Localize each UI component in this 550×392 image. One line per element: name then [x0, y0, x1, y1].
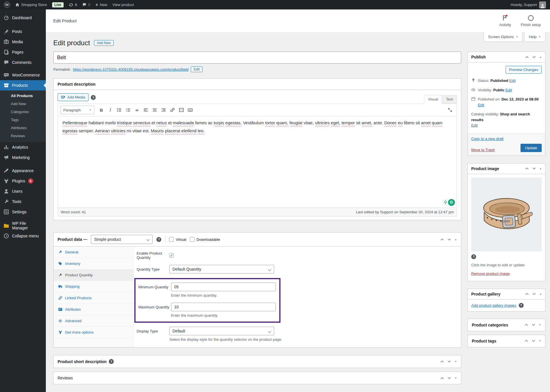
- product-type-help-icon[interactable]: ?: [156, 237, 161, 242]
- move-to-trash-link[interactable]: Move to Trash: [471, 148, 495, 152]
- sidebar-item-comments[interactable]: Comments: [0, 57, 46, 68]
- italic-button[interactable]: I: [106, 106, 114, 114]
- screen-options-tab[interactable]: Screen Options ▼: [484, 32, 523, 42]
- blockquote-button[interactable]: “: [133, 106, 141, 114]
- bullet-list-button[interactable]: [115, 106, 123, 114]
- virtual-checkbox[interactable]: [169, 237, 174, 242]
- add-new-button[interactable]: Add New: [94, 40, 114, 46]
- sidebar-item-appearance[interactable]: Appearance: [0, 166, 46, 176]
- toggle-panel-icon[interactable]: ▼: [539, 340, 541, 342]
- display-type-select[interactable]: Default: [169, 327, 274, 335]
- add-media-help-icon[interactable]: ?: [91, 95, 96, 100]
- copy-to-draft-link[interactable]: Copy to a new draft: [471, 137, 504, 141]
- new-content-menu[interactable]: + New: [95, 3, 107, 7]
- submenu-add-new[interactable]: Add New: [0, 100, 46, 108]
- min-quantity-input[interactable]: [171, 283, 276, 291]
- align-right-button[interactable]: [160, 106, 168, 114]
- order-up-icon[interactable]: [440, 360, 444, 363]
- text-tab[interactable]: Text: [442, 95, 457, 103]
- order-up-icon[interactable]: [525, 324, 528, 326]
- permalink-url[interactable]: https://wordpress-1075331-4008155.cloudw…: [73, 67, 189, 72]
- grammarly-suggestion-icon[interactable]: [442, 199, 449, 206]
- order-up-icon[interactable]: [440, 377, 444, 379]
- order-down-icon[interactable]: [447, 360, 451, 363]
- add-media-button[interactable]: Add Media: [58, 93, 89, 101]
- short-description-help-icon[interactable]: ?: [109, 359, 114, 364]
- order-down-icon[interactable]: [532, 167, 536, 170]
- visual-tab[interactable]: Visual: [424, 95, 442, 104]
- site-name-menu[interactable]: Shopping Store: [15, 3, 47, 7]
- edit-published-link[interactable]: Edit: [478, 103, 484, 107]
- toggle-panel-icon[interactable]: ▲: [539, 56, 542, 58]
- sidebar-item-wp-file-manager[interactable]: WP File Manager: [0, 220, 46, 231]
- virtual-checkbox-label[interactable]: Virtual: [169, 237, 186, 242]
- downloadable-checkbox-label[interactable]: Downloadable: [190, 237, 220, 242]
- activity-button[interactable]: Activity: [499, 15, 511, 27]
- sidebar-item-analytics[interactable]: Analytics: [0, 142, 46, 152]
- help-tab[interactable]: Help ▼: [524, 32, 545, 42]
- sidebar-item-tools[interactable]: Tools: [0, 196, 46, 207]
- view-product-link[interactable]: View product: [112, 3, 134, 7]
- tab-advanced[interactable]: Advanced: [54, 315, 133, 327]
- remove-product-image-link[interactable]: Remove product image: [471, 271, 510, 276]
- sidebar-item-marketing[interactable]: Marketing: [0, 152, 46, 163]
- edit-visibility-link[interactable]: Edit: [506, 88, 512, 92]
- tab-get-more-options[interactable]: Get more options: [54, 327, 133, 338]
- align-left-button[interactable]: [142, 106, 150, 114]
- order-down-icon[interactable]: [447, 377, 451, 379]
- order-up-icon[interactable]: [525, 167, 529, 170]
- order-up-icon[interactable]: [525, 293, 529, 295]
- keyboard-shortcuts-button[interactable]: [186, 106, 194, 114]
- gallery-help-icon[interactable]: ?: [519, 303, 524, 308]
- product-image-help-icon[interactable]: ?: [471, 254, 476, 259]
- numbered-list-button[interactable]: [124, 106, 132, 114]
- order-down-icon[interactable]: [447, 238, 451, 241]
- bold-button[interactable]: B: [97, 106, 105, 114]
- product-image-thumbnail[interactable]: [471, 178, 542, 251]
- edit-status-link[interactable]: Edit: [509, 78, 516, 83]
- permalink-edit-button[interactable]: Edit: [191, 66, 203, 72]
- submenu-attributes[interactable]: Attributes: [0, 124, 46, 132]
- sidebar-item-plugins[interactable]: Plugins 5: [0, 176, 46, 186]
- updates-menu[interactable]: 6: [69, 3, 77, 7]
- grammarly-icon[interactable]: G: [448, 199, 455, 206]
- sidebar-item-users[interactable]: Users: [0, 186, 46, 196]
- tab-attributes[interactable]: Attributes: [54, 304, 133, 315]
- sidebar-item-media[interactable]: Media: [0, 37, 46, 47]
- order-down-icon[interactable]: [532, 340, 535, 342]
- tab-linked-products[interactable]: Linked Products: [54, 292, 133, 304]
- quantity-type-select[interactable]: Default Quantity: [169, 265, 274, 273]
- sidebar-item-settings[interactable]: Settings: [0, 207, 46, 217]
- finish-setup-button[interactable]: Finish setup: [521, 15, 541, 27]
- product-type-select[interactable]: Simple product: [91, 235, 153, 244]
- order-up-icon[interactable]: [525, 56, 529, 58]
- sidebar-item-collapse-menu[interactable]: Collapse menu: [0, 231, 46, 241]
- submenu-categories[interactable]: Categories: [0, 108, 46, 116]
- align-center-button[interactable]: [151, 106, 159, 114]
- comments-menu[interactable]: 0: [82, 3, 90, 7]
- howdy-menu[interactable]: Howdy, Support: [510, 3, 537, 7]
- order-down-icon[interactable]: [532, 324, 535, 326]
- max-quantity-input[interactable]: [171, 303, 276, 311]
- tab-shipping[interactable]: Shipping: [54, 281, 133, 292]
- description-editor-content[interactable]: Pellentesque habitant morbi tristique se…: [58, 117, 457, 208]
- toggle-panel-icon[interactable]: ▼: [455, 377, 457, 379]
- add-gallery-images-link[interactable]: Add product gallery images: [471, 303, 516, 308]
- submenu-tags[interactable]: Tags: [0, 116, 46, 124]
- paragraph-format-select[interactable]: Paragraph ▼: [60, 106, 94, 114]
- product-title-input[interactable]: [53, 52, 461, 64]
- toggle-panel-icon[interactable]: ▼: [539, 324, 541, 326]
- sidebar-item-products[interactable]: Products: [0, 80, 46, 90]
- tab-inventory[interactable]: Inventory: [54, 258, 133, 269]
- toggle-panel-icon[interactable]: ▲: [455, 238, 457, 241]
- order-down-icon[interactable]: [532, 56, 536, 58]
- read-more-tag-button[interactable]: [177, 106, 185, 114]
- update-button[interactable]: Update: [520, 144, 542, 152]
- enable-quantity-checkbox[interactable]: ✓: [169, 253, 174, 258]
- avatar[interactable]: [539, 1, 546, 8]
- sidebar-item-dashboard[interactable]: Dashboard: [0, 13, 46, 23]
- tab-product-quantity[interactable]: Product Quantity: [54, 269, 133, 281]
- edit-catalog-link[interactable]: Edit: [471, 123, 478, 127]
- downloadable-checkbox[interactable]: [190, 237, 195, 242]
- sidebar-item-pages[interactable]: Pages: [0, 47, 46, 57]
